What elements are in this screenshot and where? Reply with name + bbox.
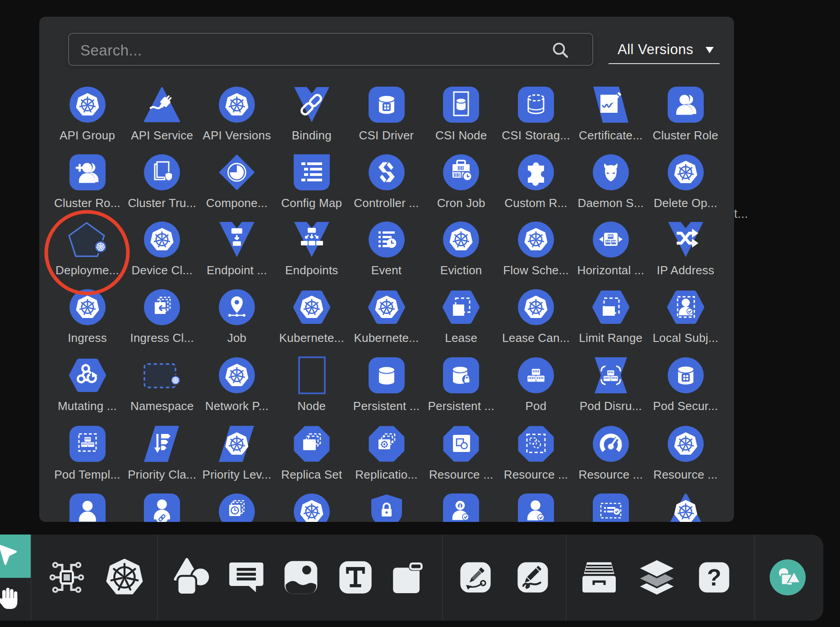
svg-text:?: ? <box>707 564 721 590</box>
